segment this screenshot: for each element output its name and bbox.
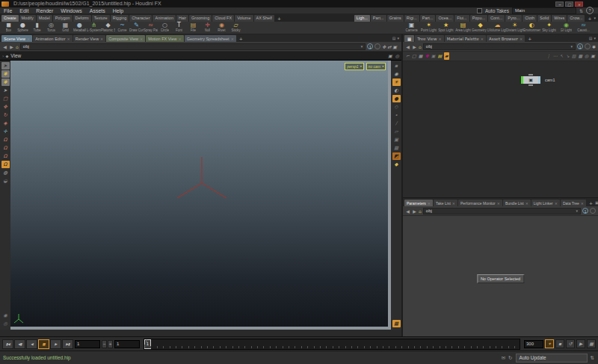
tool-circle[interactable]: ○ Circle: [158, 22, 172, 34]
shelf-tab-texture[interactable]: Texture: [92, 15, 110, 22]
maximize-button[interactable]: □: [565, 1, 573, 7]
camera-node-icon[interactable]: ▣: [523, 76, 538, 84]
shelf-tab-rigid[interactable]: Rigi...: [404, 15, 419, 22]
shelf-tab-crowds[interactable]: Crow...: [567, 15, 585, 22]
frame-decrement-button[interactable]: −: [102, 340, 107, 348]
pane-split-icon[interactable]: ▤: [589, 35, 593, 42]
handles-mode-icon[interactable]: ✱: [1, 70, 10, 78]
tool-camera[interactable]: ▣ Camera: [403, 22, 420, 34]
shelf-tab-model[interactable]: Model: [37, 15, 52, 22]
frame-start-field[interactable]: 1: [75, 340, 100, 348]
view-snapshot-icon[interactable]: ▣: [388, 53, 392, 58]
net-align-icon[interactable]: ▧: [572, 52, 576, 60]
visualizer-icon[interactable]: ◆: [392, 161, 401, 168]
help-button[interactable]: ?: [586, 7, 594, 14]
snap-point-icon[interactable]: Ω: [1, 136, 10, 144]
current-frame-field[interactable]: 1: [114, 340, 140, 348]
tool-file[interactable]: ▤ File: [186, 22, 200, 34]
tool-area-light[interactable]: ▤ Area Light: [454, 22, 472, 34]
close-tab-icon[interactable]: ×: [555, 201, 558, 206]
add-shelf-tab-right-button[interactable]: +: [585, 15, 594, 22]
close-tab-icon[interactable]: ×: [428, 201, 431, 206]
render-region-icon[interactable]: ◉: [1, 312, 10, 319]
path-field[interactable]: obj ▾: [423, 208, 581, 215]
node-flag-right[interactable]: [538, 76, 540, 84]
tab-take-list[interactable]: Take List×: [434, 200, 457, 206]
forward-button[interactable]: ▶: [412, 209, 417, 214]
close-tab-icon[interactable]: ×: [497, 201, 500, 206]
shelf-tab-cloth[interactable]: Cloth: [523, 15, 537, 22]
pane-split-icon[interactable]: ▤: [392, 35, 396, 42]
add-pane-tab-right-button[interactable]: +: [525, 35, 534, 42]
net-colors-icon[interactable]: ❖: [425, 52, 428, 60]
go-to-start-button[interactable]: ▮◀: [2, 339, 13, 349]
close-tab-icon[interactable]: ×: [438, 37, 441, 41]
tab-performance-monitor[interactable]: Performance Monitor×: [458, 200, 502, 206]
shelf-tab-cloudfx[interactable]: Cloud FX: [212, 15, 234, 22]
close-tab-icon[interactable]: ×: [140, 37, 143, 41]
realtime-toggle-button[interactable]: ▶: [576, 339, 585, 348]
close-tab-icon[interactable]: ×: [452, 201, 455, 206]
shelf-tab-pyro[interactable]: Pyro...: [505, 15, 522, 22]
handles-tool-icon[interactable]: ✛: [1, 128, 10, 135]
view-menu-icon[interactable]: ◆: [5, 54, 8, 58]
close-tab-icon[interactable]: ×: [67, 37, 70, 41]
tool-spot-light[interactable]: ★ Spot Light: [437, 22, 454, 34]
tool-gi-light[interactable]: ◉ GI Light: [558, 22, 575, 34]
select-tool-icon[interactable]: ➤: [1, 87, 10, 94]
menu-assets[interactable]: Assets: [86, 7, 109, 14]
normals-display-icon[interactable]: /: [392, 120, 401, 127]
link-empty-badge[interactable]: [590, 208, 596, 214]
tab-bundle-list[interactable]: Bundle List×: [503, 200, 531, 206]
tab-light-linker[interactable]: Light Linker×: [531, 200, 560, 206]
tool-tube[interactable]: ▮ Tube: [30, 22, 44, 34]
lock-view-icon[interactable]: ◉: [392, 70, 401, 78]
link-empty-badge[interactable]: [585, 43, 591, 49]
view-tool-icon[interactable]: ◍: [1, 169, 10, 176]
tool-curve[interactable]: ~ Curve: [115, 22, 129, 34]
close-tab-icon[interactable]: ×: [100, 37, 103, 41]
tab-motion-fx-view[interactable]: Motion FX View×: [146, 35, 184, 42]
points-display-icon[interactable]: ∙: [392, 111, 401, 119]
close-tab-icon[interactable]: ×: [520, 37, 523, 41]
shelf-tab-containers[interactable]: Cont...: [488, 15, 505, 22]
shelf-menu-icon[interactable]: ▾: [594, 15, 596, 22]
grid-display-icon[interactable]: ▦: [392, 320, 401, 327]
take-selector[interactable]: Main: [512, 7, 576, 14]
tool-distant-light[interactable]: ☀ Distant Light: [506, 22, 523, 34]
back-button[interactable]: ◀: [405, 209, 410, 214]
auto-takes-checkbox[interactable]: [477, 8, 482, 13]
audio-button[interactable]: ▪: [555, 339, 564, 348]
shelf-tab-character[interactable]: Character: [129, 15, 152, 22]
path-field[interactable]: obj ▾: [423, 43, 576, 50]
loop-button[interactable]: ↺: [566, 339, 575, 348]
tool-torus[interactable]: ◎ Torus: [44, 22, 58, 34]
shelf-tab-ax-shelf[interactable]: AX Shelf: [254, 15, 274, 22]
pane-menu-icon[interactable]: ▾: [594, 35, 596, 42]
gear-icon[interactable]: ✱: [592, 44, 596, 49]
tool-font[interactable]: T Font: [172, 22, 186, 34]
net-grid-icon[interactable]: ▦: [419, 52, 423, 60]
shelf-tab-animation[interactable]: Animation: [152, 15, 175, 22]
tab-tree-view[interactable]: Tree View×: [415, 35, 443, 42]
close-tab-icon[interactable]: ×: [179, 37, 182, 41]
menu-windows[interactable]: Windows: [57, 7, 85, 14]
tool-lsystem[interactable]: ⋔ L-System: [87, 22, 101, 34]
tool-spray-paint[interactable]: ≈ Spray Paint: [144, 22, 158, 34]
pin-icon[interactable]: ▪: [392, 62, 401, 70]
snap-active-icon[interactable]: Ω: [1, 161, 10, 168]
timeline-ruler[interactable]: 1 1: [144, 339, 520, 350]
snapshot-icon[interactable]: ▣: [392, 136, 401, 144]
tool-geometry-light[interactable]: ◆ Geometry L...: [472, 22, 489, 34]
link-pane-icon[interactable]: ⇄: [387, 44, 391, 49]
first-person-view-icon[interactable]: ◒: [1, 177, 10, 185]
rotate-tool-icon[interactable]: ↻: [1, 111, 10, 119]
tab-render-view[interactable]: Render View×: [73, 35, 106, 42]
tool-rivet[interactable]: ◉ Rivet: [215, 22, 229, 34]
net-zoom-icon[interactable]: ◎: [585, 52, 588, 60]
link-number-badge[interactable]: 1: [582, 208, 588, 214]
net-more-icon[interactable]: ⋯: [553, 52, 558, 60]
pane-menu-icon[interactable]: ▾: [397, 35, 399, 42]
link-number-badge[interactable]: 1: [577, 43, 583, 49]
frame-end-field[interactable]: 300: [524, 340, 543, 348]
